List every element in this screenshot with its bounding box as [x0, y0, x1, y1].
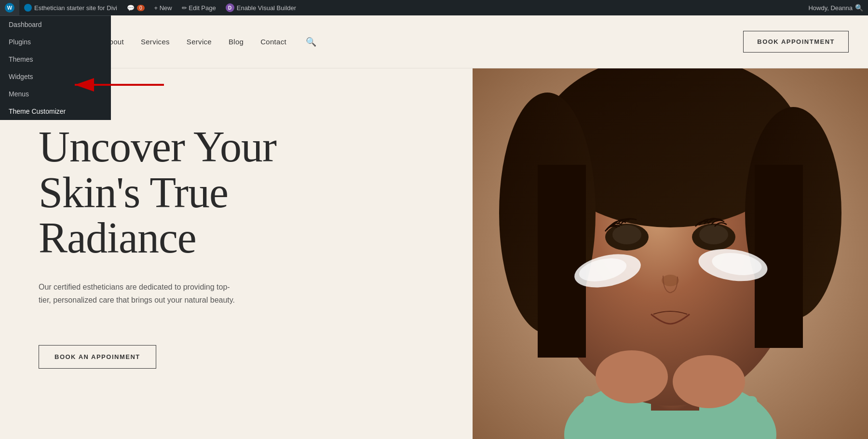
wp-logo-item[interactable]: W [0, 0, 19, 15]
new-content-label: + New [154, 4, 172, 12]
svg-rect-11 [538, 165, 586, 358]
nav-link-service[interactable]: Service [187, 38, 212, 46]
divi-icon: D [226, 3, 234, 12]
hero-image-panel [473, 68, 868, 439]
svg-point-18 [596, 350, 668, 403]
site-header: ◎ Home About Services Service Blog Conta… [0, 15, 868, 68]
dashboard-label: Dashboard [9, 21, 42, 28]
new-content-item[interactable]: + New [149, 0, 177, 15]
hero-heading-line2: Skin's True [39, 169, 228, 216]
themes-label: Themes [9, 55, 33, 63]
site-favicon-icon [24, 4, 32, 12]
hero-left-panel: Welcome to Divi Uncover Your Skin's True… [0, 68, 395, 439]
divi-builder-label: Enable Visual Builder [237, 4, 296, 12]
hero-heading-line3: Radiance [39, 214, 196, 262]
svg-point-14 [612, 225, 641, 244]
theme-customizer-label: Theme Customizer [9, 107, 66, 115]
nav-link-contact[interactable]: Contact [260, 38, 286, 46]
appearance-dropdown: Dashboard Plugins Themes Widgets Menus T… [0, 15, 111, 120]
svg-point-16 [699, 225, 728, 244]
dropdown-item-themes[interactable]: Themes [0, 51, 111, 68]
site-name-label: Esthetician starter site for Divi [34, 4, 117, 12]
nav-link-services[interactable]: Services [141, 38, 170, 46]
site-navigation: Home About Services Service Blog Contact… [58, 37, 743, 47]
edit-page-item[interactable]: ✏ Edit Page [177, 0, 221, 15]
svg-rect-12 [755, 165, 803, 348]
hero-heading-line1: Uncover Your [39, 123, 276, 171]
dropdown-item-plugins[interactable]: Plugins [0, 33, 111, 51]
hero-heading: Uncover Your Skin's True Radiance [39, 124, 366, 261]
main-content: Welcome to Divi Uncover Your Skin's True… [0, 68, 868, 439]
divi-builder-item[interactable]: D Enable Visual Builder [221, 0, 301, 15]
nav-link-blog[interactable]: Blog [229, 38, 244, 46]
dropdown-item-dashboard[interactable]: Dashboard [0, 16, 111, 33]
hero-portrait-svg [473, 68, 868, 439]
svg-point-19 [673, 355, 745, 408]
admin-search-icon[interactable]: 🔍 [855, 4, 863, 12]
admin-bar: W Esthetician starter site for Divi 💬 0 … [0, 0, 868, 15]
howdy-label: Howdy, Deanna [808, 4, 853, 12]
hero-description: Our certified estheticians are dedicated… [39, 280, 241, 306]
comments-count: 0 [137, 5, 145, 11]
comments-item[interactable]: 💬 0 [122, 0, 149, 15]
hero-image [473, 68, 868, 439]
widgets-label: Widgets [9, 73, 33, 80]
plugins-label: Plugins [9, 38, 31, 46]
menus-label: Menus [9, 90, 29, 98]
annotation-arrow [70, 75, 166, 96]
book-appointment-button[interactable]: BOOK APPOINTMENT [743, 31, 849, 53]
wp-logo-icon: W [5, 3, 14, 13]
hero-appointment-button[interactable]: BOOK AN APPOINMENT [39, 345, 156, 369]
nav-search-icon[interactable]: 🔍 [306, 37, 316, 47]
site-name-item[interactable]: Esthetician starter site for Divi [19, 0, 122, 15]
comments-icon: 💬 [127, 4, 135, 12]
edit-page-label: ✏ Edit Page [182, 4, 216, 12]
dropdown-item-theme-customizer[interactable]: Theme Customizer [0, 103, 111, 120]
